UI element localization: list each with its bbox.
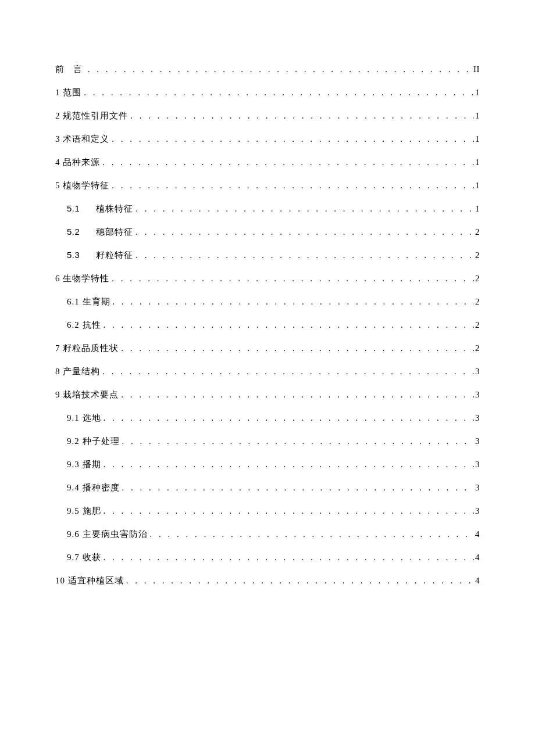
toc-entry: 2 规范性引用文件1 — [55, 110, 480, 121]
toc-entry-page: 3 — [474, 506, 480, 516]
toc-dot-leaders — [119, 389, 474, 400]
toc-entry-number: 5.2 — [67, 227, 80, 237]
toc-entry-page: 2 — [474, 296, 480, 307]
toc-entry-label: 8 产量结构 — [55, 366, 100, 377]
toc-entry: 8 产量结构3 — [55, 366, 480, 377]
toc-entry: 9.6 主要病虫害防治4 — [55, 529, 480, 539]
toc-dot-leaders — [110, 296, 475, 307]
toc-entry-page: 3 — [474, 413, 480, 423]
toc-entry: 10 适宜种植区域4 — [55, 575, 480, 586]
toc-entry-page: 1 — [474, 180, 480, 191]
toc-entry-label: 4 品种来源 — [55, 157, 100, 167]
toc-entry-number: 5.3 — [67, 250, 80, 260]
toc-entry-page: 1 — [474, 157, 480, 167]
toc-dot-leaders — [109, 180, 474, 191]
toc-dot-leaders — [109, 134, 474, 144]
toc-entry-label: 7 籽粒品质性状 — [55, 343, 119, 353]
toc-entry: 6.2 抗性2 — [55, 320, 480, 330]
toc-entry-page: 4 — [474, 529, 480, 539]
toc-entry-number: 5.1 — [67, 203, 80, 214]
toc-entry: 5.1植株特征1 — [55, 203, 480, 214]
toc-entry-page: 3 — [474, 482, 480, 493]
toc-entry: 6.1 生育期2 — [55, 296, 480, 307]
toc-entry: 4 品种来源1 — [55, 157, 480, 167]
toc-entry-label: 9.4 播种密度 — [67, 482, 120, 493]
toc-entry: 5 植物学特征1 — [55, 180, 480, 191]
toc-dot-leaders — [101, 459, 475, 470]
toc-entry-label: 5 植物学特征 — [55, 180, 109, 191]
toc-entry-label: 2 规范性引用文件 — [55, 110, 128, 121]
toc-entry-label: 9.3 播期 — [67, 459, 101, 470]
toc-entry-label: 9.2 种子处理 — [67, 436, 120, 446]
toc-dot-leaders — [100, 157, 474, 167]
toc-entry-label: 9.6 主要病虫害防治 — [67, 529, 148, 539]
toc-entry: 前 言II — [55, 64, 480, 74]
toc-entry: 9 栽培技术要点3 — [55, 389, 480, 400]
toc-dot-leaders — [85, 64, 472, 74]
toc-entry-label: 6.1 生育期 — [67, 296, 110, 307]
toc-entry-label: 10 适宜种植区域 — [55, 575, 124, 586]
toc-entry: 6 生物学特性2 — [55, 273, 480, 284]
toc-entry-page: 3 — [474, 459, 480, 470]
toc-dot-leaders — [128, 110, 474, 121]
toc-dot-leaders — [120, 482, 475, 493]
toc-dot-leaders — [101, 506, 475, 516]
toc-entry-page: 4 — [474, 552, 480, 562]
toc-entry: 7 籽粒品质性状2 — [55, 343, 480, 353]
toc-entry-page: 1 — [474, 87, 480, 98]
toc-entry-label: 前 言 — [55, 64, 85, 74]
toc-dot-leaders — [148, 529, 475, 539]
toc-entry-label: 植株特征 — [96, 203, 133, 214]
toc-dot-leaders — [101, 413, 475, 423]
table-of-contents: 前 言II1 范围12 规范性引用文件13 术语和定义14 品种来源15 植物学… — [55, 64, 480, 586]
toc-entry: 9.4 播种密度3 — [55, 482, 480, 493]
toc-entry-page: 2 — [474, 273, 480, 284]
toc-dot-leaders — [120, 436, 475, 446]
toc-entry-label: 9.7 收获 — [67, 552, 101, 562]
toc-entry: 1 范围1 — [55, 87, 480, 98]
toc-entry: 5.2穗部特征2 — [55, 227, 480, 237]
toc-entry: 9.7 收获4 — [55, 552, 480, 562]
toc-entry-label: 9.1 选地 — [67, 413, 101, 423]
toc-entry-page: 1 — [474, 203, 480, 214]
toc-entry-label: 9 栽培技术要点 — [55, 389, 119, 400]
toc-entry-page: 1 — [474, 134, 480, 144]
toc-entry-page: 3 — [474, 436, 480, 446]
toc-entry-page: 2 — [474, 250, 480, 260]
toc-entry: 3 术语和定义1 — [55, 134, 480, 144]
toc-dot-leaders — [81, 87, 474, 98]
toc-dot-leaders — [101, 552, 475, 562]
toc-entry: 9.3 播期3 — [55, 459, 480, 470]
toc-entry: 9.5 施肥3 — [55, 506, 480, 516]
toc-entry: 9.2 种子处理3 — [55, 436, 480, 446]
toc-entry-page: 2 — [474, 343, 480, 353]
toc-entry-label: 穗部特征 — [96, 227, 133, 237]
toc-entry-label: 3 术语和定义 — [55, 134, 109, 144]
toc-dot-leaders — [124, 575, 474, 586]
toc-entry-page: 2 — [474, 227, 480, 237]
toc-dot-leaders — [109, 273, 474, 284]
toc-dot-leaders — [101, 320, 475, 330]
toc-entry-page: 4 — [474, 575, 480, 586]
toc-entry-label: 籽粒特征 — [96, 250, 133, 260]
toc-entry-page: 3 — [474, 389, 480, 400]
toc-entry-page: 3 — [474, 366, 480, 377]
toc-dot-leaders — [100, 366, 474, 377]
toc-dot-leaders — [133, 203, 474, 214]
toc-entry: 9.1 选地3 — [55, 413, 480, 423]
toc-dot-leaders — [119, 343, 474, 353]
toc-entry-label: 1 范围 — [55, 87, 81, 98]
toc-entry-label: 9.5 施肥 — [67, 506, 101, 516]
toc-entry-label: 6 生物学特性 — [55, 273, 109, 284]
toc-entry-page: 1 — [474, 110, 480, 121]
toc-dot-leaders — [133, 250, 474, 260]
toc-entry-label: 6.2 抗性 — [67, 320, 101, 330]
toc-dot-leaders — [133, 227, 474, 237]
toc-entry-page: 2 — [474, 320, 480, 330]
toc-entry: 5.3籽粒特征2 — [55, 250, 480, 260]
toc-entry-page: II — [472, 64, 480, 74]
